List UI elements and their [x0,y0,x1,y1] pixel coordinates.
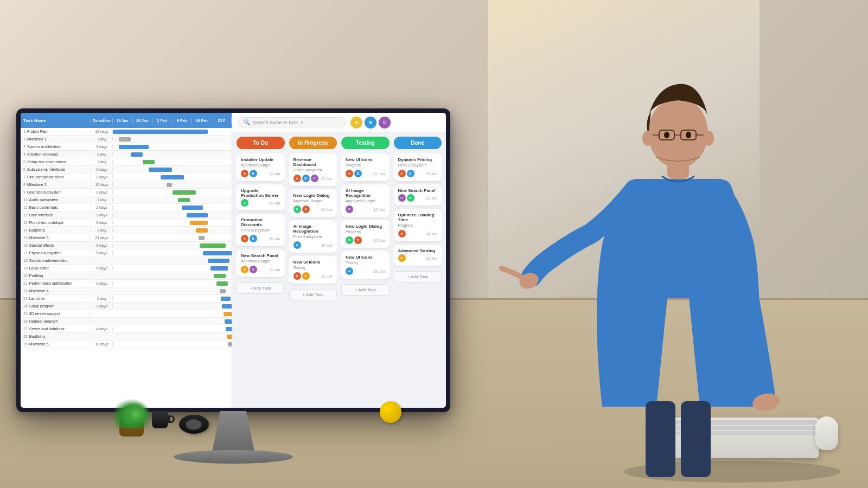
add-task-button-done[interactable]: + Add Task [394,271,442,282]
gantt-task-name: 9Graphics subsystem [21,190,91,194]
gantt-row[interactable]: 22Milestone 4 [21,287,232,295]
gantt-bar-area [113,310,232,317]
card-avatars: AB [346,170,362,177]
gantt-bar [187,213,208,217]
gantt-row[interactable]: 3System architecture 3 days [21,143,232,151]
gantt-row[interactable]: 29Milestone 5 10 days [21,341,232,348]
gantt-task-name: 10Audio subsystem [21,198,91,202]
card-date: 11 Jan [373,172,385,176]
gantt-row[interactable]: 1Project Plan 19 days [21,128,232,136]
kanban-card[interactable]: New UI Icons Progress AB 11 Jan [341,153,390,181]
gantt-row[interactable]: 24Setup program 2 days [21,303,232,310]
add-task-button-inprogress[interactable]: + Add Task [289,289,337,300]
svg-point-8 [664,132,669,138]
gantt-row[interactable]: 18Scripts implementation [21,257,232,265]
card-avatars: C [346,206,353,213]
kanban-card[interactable]: New Login Dialog Progress DE 15 Jan [341,220,390,248]
gantt-row[interactable]: 6Subsystems interfaces 2 days [21,166,232,174]
gantt-row[interactable]: 8Milestone 2 10 days [21,181,232,189]
toolbar-avatar-3[interactable]: C [379,117,391,129]
search-box[interactable]: 🔍 Search name or task × [238,117,346,127]
gantt-row[interactable]: 4Creation of project 1 day [21,151,232,158]
search-input-placeholder: Search name or task [253,120,298,125]
kanban-card[interactable]: Optimize Loading Time Progress A 14 Jan [394,209,442,241]
gantt-row[interactable]: 11Basic game logic 2 days [21,204,232,211]
kanban-card[interactable]: Dynamic Pricing From Subsystem AB 10 Jan [394,153,442,181]
gantt-row[interactable]: 20Profiling [21,272,232,280]
kanban-card[interactable]: New Login Dialog Approved Budget DE 21 J… [289,189,337,217]
add-task-button-todo[interactable]: + Add Task [237,282,285,294]
gantt-task-name: 17Physics subsystem [21,251,91,255]
card-footer: A 14 Jan [398,230,438,237]
gantt-row[interactable]: 2Milestone 1 1 day [21,136,232,143]
gantt-bar-area [113,303,232,310]
gantt-row[interactable]: 9Graphics subsystem 2 days [21,189,232,196]
gantt-bar [216,281,228,286]
gantt-bar [221,297,231,301]
card-date: 12 Jan [321,274,333,278]
gantt-task-name: 22Milestone 4 [21,289,91,293]
card-avatar: D [407,194,414,202]
kanban-card[interactable]: Advanced Sorting B 16 Jan [394,245,442,266]
gantt-row[interactable]: 13First client prototype 2 days [21,219,232,227]
kanban-panel: 🔍 Search name or task × A B C To Do Inst… [232,113,446,408]
gantt-row[interactable]: 253D render support [21,310,232,318]
kanban-card[interactable]: Promotion Discounts From Subsystem AB 25… [237,214,285,246]
kanban-card[interactable]: New Search Panel Approved Budget DE 12 J… [237,249,285,277]
gantt-duration: 1 day [91,297,113,300]
add-task-button-testing[interactable]: + Add Task [341,284,390,296]
gantt-row[interactable]: 17Physics subsystem 5 days [21,249,232,257]
gantt-bar [173,190,196,195]
gantt-bar-area [113,227,232,234]
card-avatar: A [293,241,301,249]
gantt-row[interactable]: 28Bugfixing [21,333,232,341]
gantt-row[interactable]: 21Performance optimization 2 days [21,280,232,287]
gantt-row[interactable]: 10Audio subsystem 1 day [21,196,232,204]
kanban-card[interactable]: New UI Icons Testing A 18 Jan [341,251,390,279]
gantt-bar [190,221,208,225]
kanban-card[interactable]: Revenue Dashboard From Subsystem ABC 17 … [289,153,337,186]
toolbar-avatar-1[interactable]: A [350,117,362,129]
kanban-card[interactable]: Installer Update Approved Budget AB 12 J… [237,153,285,181]
card-avatar: C [311,175,318,182]
card-date: 12 Jan [269,268,280,272]
kanban-card[interactable]: Upgrade Production Server C 24 Jan [237,184,285,210]
gantt-row[interactable]: 12User interface 2 days [21,211,232,219]
gantt-bar-area [113,189,232,196]
gantt-row[interactable]: 23Launcher 1 day [21,295,232,303]
search-clear-button[interactable]: × [301,120,303,125]
card-subtitle: Testing [293,266,333,269]
gantt-row[interactable]: 19Level editor 5 days [21,265,232,272]
gantt-bar [113,130,208,134]
gantt-row[interactable]: 26Updater program [21,318,232,325]
gantt-bar [228,342,232,346]
gantt-bar [199,236,205,240]
gantt-bar [143,160,155,164]
gantt-bar-area [113,249,232,256]
gantt-task-name: 19Level editor [21,266,91,270]
gantt-task-name: 8Milestone 2 [21,183,91,187]
kanban-card[interactable]: New Search Panel CD 12 Jan [394,184,442,206]
gantt-row[interactable]: 16Special effects 3 days [21,242,232,249]
gantt-row[interactable]: 5Setup dev environment 1 day [21,158,232,166]
kanban-card[interactable]: New UI Icons Testing BC 12 Jan [289,256,337,284]
gantt-task-name: 18Scripts implementation [21,259,91,262]
gantt-row[interactable]: 27Server and database 4 days [21,325,232,333]
toolbar-avatar-2[interactable]: B [365,117,376,129]
card-subtitle: Approved Budget [241,163,280,167]
gantt-row[interactable]: 7First compilable client 2 days [21,174,232,181]
gantt-task-name: 11Basic game logic [21,206,91,209]
gantt-bar [224,312,232,316]
kanban-card[interactable]: AI Image Recognition From Subsystem A 28… [289,220,337,253]
kanban-column-todo: To Do Installer Update Approved Budget A… [237,137,285,403]
card-subtitle: Approved Budget [346,199,385,203]
gantt-bar-area [113,166,232,173]
card-avatar: A [346,170,353,177]
gantt-duration: 2 days [91,281,113,285]
gantt-duration: 2 days [91,206,113,209]
gantt-row[interactable]: 14Bugfixing 1 day [21,227,232,234]
gantt-row[interactable]: 15Milestone 3 21 days [21,234,232,242]
kanban-card[interactable]: AI Image Recognition Approved Budget C 1… [341,184,390,217]
gantt-bar [210,266,228,271]
gantt-task-name: 14Bugfixing [21,228,91,232]
